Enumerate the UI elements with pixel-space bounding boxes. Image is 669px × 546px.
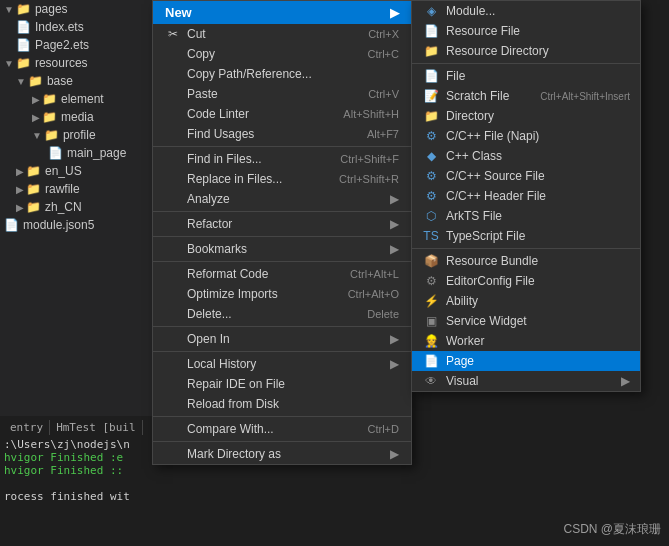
submenu-item-directory[interactable]: 📁 Directory <box>412 106 640 126</box>
submenu-arrow-icon: ▶ <box>390 332 399 346</box>
submenu-separator <box>412 248 640 249</box>
menu-item-copy[interactable]: Copy Ctrl+C <box>153 44 411 64</box>
tree-item[interactable]: 📄 module.json5 <box>0 216 155 234</box>
menu-item-label: Copy <box>187 47 215 61</box>
menu-item-find-usages[interactable]: Find Usages Alt+F7 <box>153 124 411 144</box>
submenu-item-scratch-file[interactable]: 📝 Scratch File Ctrl+Alt+Shift+Insert <box>412 86 640 106</box>
tree-item[interactable]: ▼ 📁 resources <box>0 54 155 72</box>
menu-item-label: Open In <box>187 332 230 346</box>
cpp-napi-icon: ⚙ <box>422 129 440 143</box>
folder-icon: 📁 <box>16 2 31 16</box>
submenu-item-worker[interactable]: 👷 Worker <box>412 331 640 351</box>
submenu-item-file[interactable]: 📄 File <box>412 66 640 86</box>
menu-item-code-linter[interactable]: Code Linter Alt+Shift+H <box>153 104 411 124</box>
tree-item[interactable]: ▶ 📁 rawfile <box>0 180 155 198</box>
expand-arrow: ▶ <box>32 94 40 105</box>
submenu-item-resource-file[interactable]: 📄 Resource File <box>412 21 640 41</box>
folder-icon: 📁 <box>26 164 41 178</box>
menu-item-refactor[interactable]: Refactor ▶ <box>153 214 411 234</box>
menu-item-repair-ide[interactable]: Repair IDE on File <box>153 374 411 394</box>
submenu-item-label: EditorConfig File <box>446 274 535 288</box>
submenu-item-resource-bundle[interactable]: 📦 Resource Bundle <box>412 251 640 271</box>
submenu-item-label: Directory <box>446 109 494 123</box>
menu-separator <box>153 261 411 262</box>
menu-item-paste[interactable]: Paste Ctrl+V <box>153 84 411 104</box>
expand-arrow: ▼ <box>4 4 14 15</box>
menu-separator <box>153 211 411 212</box>
submenu-item-label: Page <box>446 354 474 368</box>
menu-item-find-files[interactable]: Find in Files... Ctrl+Shift+F <box>153 149 411 169</box>
new-submenu: ◈ Module... 📄 Resource File 📁 Resource D… <box>411 0 641 392</box>
ability-icon: ⚡ <box>422 294 440 308</box>
submenu-item-arkts[interactable]: ⬡ ArkTS File <box>412 206 640 226</box>
menu-item-label: Compare With... <box>187 422 274 436</box>
expand-arrow: ▶ <box>32 112 40 123</box>
submenu-item-cpp-header[interactable]: ⚙ C/C++ Header File <box>412 186 640 206</box>
menu-item-replace-files[interactable]: Replace in Files... Ctrl+Shift+R <box>153 169 411 189</box>
menu-item-label: Reformat Code <box>187 267 268 281</box>
terminal-line: :\Users\zj\nodejs\n <box>4 438 151 451</box>
submenu-item-module[interactable]: ◈ Module... <box>412 1 640 21</box>
submenu-item-label: Scratch File <box>446 89 509 103</box>
menu-item-bookmarks[interactable]: Bookmarks ▶ <box>153 239 411 259</box>
terminal-tab-entry[interactable]: entry <box>4 420 50 435</box>
tree-item[interactable]: ▶ 📁 zh_CN <box>0 198 155 216</box>
folder-icon: 📁 <box>28 74 43 88</box>
tree-item[interactable]: ▶ 📁 media <box>0 108 155 126</box>
resource-file-icon: 📄 <box>422 24 440 38</box>
menu-separator <box>153 236 411 237</box>
submenu-item-service-widget[interactable]: ▣ Service Widget <box>412 311 640 331</box>
tree-item[interactable]: 📄 Index.ets <box>0 18 155 36</box>
module-icon: ◈ <box>422 4 440 18</box>
submenu-item-typescript[interactable]: TS TypeScript File <box>412 226 640 246</box>
menu-item-reformat[interactable]: Reformat Code Ctrl+Alt+L <box>153 264 411 284</box>
tree-item[interactable]: 📄 main_page <box>0 144 155 162</box>
shortcut-label: Ctrl+Alt+Shift+Insert <box>540 91 630 102</box>
menu-item-reload-disk[interactable]: Reload from Disk <box>153 394 411 414</box>
tree-item[interactable]: ▼ 📁 profile <box>0 126 155 144</box>
menu-item-delete[interactable]: Delete... Delete <box>153 304 411 324</box>
menu-item-cut[interactable]: ✂ Cut Ctrl+X <box>153 24 411 44</box>
menu-item-compare-with[interactable]: Compare With... Ctrl+D <box>153 419 411 439</box>
terminal-tab-hmtest[interactable]: HmTest [buil <box>50 420 142 435</box>
file-icon: 📄 <box>16 20 31 34</box>
tree-label: rawfile <box>45 182 80 196</box>
submenu-item-cpp-napi[interactable]: ⚙ C/C++ File (Napi) <box>412 126 640 146</box>
submenu-item-editorconfig[interactable]: ⚙ EditorConfig File <box>412 271 640 291</box>
cpp-class-icon: ◆ <box>422 149 440 163</box>
tree-label: Index.ets <box>35 20 84 34</box>
shortcut-label: Ctrl+D <box>368 423 399 435</box>
submenu-item-visual[interactable]: 👁 Visual ▶ <box>412 371 640 391</box>
cpp-source-icon: ⚙ <box>422 169 440 183</box>
tree-item[interactable]: ▶ 📁 en_US <box>0 162 155 180</box>
menu-separator <box>153 416 411 417</box>
tree-label: Page2.ets <box>35 38 89 52</box>
menu-item-mark-directory[interactable]: Mark Directory as ▶ <box>153 444 411 464</box>
menu-item-label: Reload from Disk <box>187 397 279 411</box>
submenu-item-label: Worker <box>446 334 484 348</box>
tree-item[interactable]: ▼ 📁 pages <box>0 0 155 18</box>
submenu-item-page[interactable]: 📄 Page <box>412 351 640 371</box>
terminal-tab-bar: entry HmTest [buil <box>4 420 151 435</box>
file-icon: 📄 <box>422 69 440 83</box>
tree-item[interactable]: ▶ 📁 element <box>0 90 155 108</box>
menu-item-label: Code Linter <box>187 107 249 121</box>
file-icon: 📄 <box>16 38 31 52</box>
menu-item-label: Delete... <box>187 307 232 321</box>
shortcut-label: Delete <box>367 308 399 320</box>
submenu-item-label: Module... <box>446 4 495 18</box>
menu-item-local-history[interactable]: Local History ▶ <box>153 354 411 374</box>
tree-item[interactable]: ▼ 📁 base <box>0 72 155 90</box>
submenu-item-cpp-class[interactable]: ◆ C++ Class <box>412 146 640 166</box>
folder-icon: 📁 <box>26 182 41 196</box>
menu-item-analyze[interactable]: Analyze ▶ <box>153 189 411 209</box>
menu-item-open-in[interactable]: Open In ▶ <box>153 329 411 349</box>
submenu-item-resource-dir[interactable]: 📁 Resource Directory <box>412 41 640 61</box>
menu-item-optimize-imports[interactable]: Optimize Imports Ctrl+Alt+O <box>153 284 411 304</box>
tree-item[interactable]: 📄 Page2.ets <box>0 36 155 54</box>
menu-item-copy-path[interactable]: Copy Path/Reference... <box>153 64 411 84</box>
menu-header-new[interactable]: New ▶ <box>153 1 411 24</box>
submenu-item-cpp-source[interactable]: ⚙ C/C++ Source File <box>412 166 640 186</box>
cpp-header-icon: ⚙ <box>422 189 440 203</box>
submenu-item-ability[interactable]: ⚡ Ability <box>412 291 640 311</box>
